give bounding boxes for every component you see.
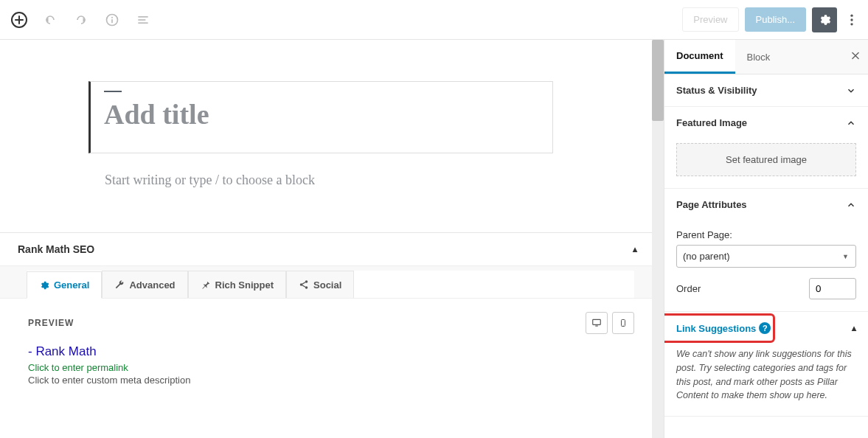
panel-status-visibility-header[interactable]: Status & Visibility	[664, 74, 868, 106]
panel-featured-image: Featured Image Set featured image	[664, 107, 868, 189]
parent-page-label: Parent Page:	[676, 229, 856, 240]
seo-tabs: General Advanced Rich Snippet Socia	[27, 271, 634, 298]
tab-advanced[interactable]: Advanced	[102, 271, 187, 298]
svg-rect-14	[595, 326, 598, 327]
tab-general[interactable]: General	[27, 271, 102, 299]
app-root: Preview Publish... Add title Start writi…	[0, 0, 868, 438]
svg-point-9	[850, 23, 853, 25]
panel-status-visibility: Status & Visibility	[664, 74, 868, 107]
redo-icon[interactable]	[71, 10, 91, 30]
preview-desktop-button[interactable]	[586, 312, 608, 334]
panel-featured-title: Featured Image	[676, 117, 747, 128]
order-input[interactable]	[809, 278, 856, 299]
undo-icon[interactable]	[40, 10, 60, 30]
svg-point-8	[850, 18, 853, 21]
desktop-icon	[591, 318, 603, 328]
tab-general-label: General	[54, 279, 89, 291]
preview-label: PREVIEW	[28, 318, 74, 328]
close-sidebar-button[interactable]	[850, 51, 861, 63]
pin-icon	[201, 279, 211, 290]
collapse-icon: ▴	[633, 244, 637, 254]
more-menu-button[interactable]	[843, 7, 861, 32]
kebab-icon	[844, 13, 859, 27]
editor-column: Add title Start writing or type / to cho…	[0, 40, 652, 438]
tab-social-label: Social	[313, 279, 341, 291]
sidebar-tab-document[interactable]: Document	[664, 40, 735, 74]
wrench-icon	[114, 279, 125, 290]
tab-advanced-label: Advanced	[129, 279, 175, 291]
panel-link-suggestions: Link Suggestions ? ▴ We can't show any l…	[664, 312, 868, 417]
svg-point-12	[305, 286, 308, 289]
body-layout: Add title Start writing or type / to cho…	[0, 40, 868, 438]
panel-status-title: Status & Visibility	[676, 85, 757, 96]
order-row: Order	[676, 278, 856, 299]
set-featured-image-button[interactable]: Set featured image	[676, 143, 856, 176]
preview-button[interactable]: Preview	[682, 7, 738, 32]
panel-page-attr-title: Page Attributes	[676, 199, 747, 210]
parent-page-select[interactable]: (no parent)	[676, 245, 856, 268]
svg-rect-3	[111, 19, 113, 23]
toolbar-right-group: Preview Publish...	[682, 7, 862, 32]
serp-permalink[interactable]: Click to enter permalink	[28, 362, 634, 373]
panel-featured-image-header[interactable]: Featured Image	[664, 107, 868, 139]
scrollbar-thumb[interactable]	[652, 40, 664, 121]
post-title-input[interactable]: Add title	[88, 81, 553, 153]
preview-device-toggle	[586, 312, 634, 334]
outline-icon[interactable]	[133, 10, 153, 30]
gear-icon	[818, 13, 831, 27]
preview-header: PREVIEW	[28, 312, 634, 334]
collapse-icon: ▴	[852, 323, 856, 333]
svg-point-7	[850, 14, 853, 16]
top-toolbar: Preview Publish...	[0, 0, 868, 40]
sidebar-tabs: Document Block	[664, 40, 868, 74]
order-label: Order	[676, 283, 701, 294]
svg-rect-5	[138, 19, 145, 21]
toolbar-left-group	[6, 10, 153, 30]
svg-rect-6	[138, 22, 147, 24]
svg-point-10	[300, 283, 303, 286]
tab-rich-snippet-label: Rich Snippet	[215, 279, 274, 291]
tab-rich-snippet[interactable]: Rich Snippet	[188, 271, 286, 298]
chevron-down-icon	[846, 86, 856, 96]
seo-tabs-wrap: General Advanced Rich Snippet Socia	[0, 265, 652, 299]
panel-featured-body: Set featured image	[664, 139, 868, 188]
serp-title[interactable]: - Rank Math	[28, 344, 634, 359]
rank-math-panel: Rank Math SEO ▴ General Advanced	[0, 232, 652, 423]
svg-rect-4	[138, 16, 147, 18]
chevron-up-icon	[846, 200, 856, 210]
link-suggestions-message: We can't show any link suggestions for t…	[664, 344, 868, 416]
gear-icon	[39, 280, 49, 291]
svg-point-11	[305, 280, 308, 283]
mobile-icon	[619, 317, 628, 329]
scrollbar[interactable]	[652, 40, 664, 438]
close-icon	[850, 51, 861, 61]
help-icon[interactable]: ?	[759, 322, 771, 334]
sidebar-tab-block[interactable]: Block	[735, 41, 782, 73]
link-suggestions-title: Link Suggestions	[676, 323, 756, 334]
tab-social[interactable]: Social	[286, 271, 354, 298]
publish-button[interactable]: Publish...	[745, 7, 806, 32]
seo-tab-body: PREVIEW - Rank Math Click t	[0, 299, 652, 423]
svg-point-2	[111, 16, 113, 18]
panel-page-attributes: Page Attributes Parent Page: (no parent)…	[664, 189, 868, 312]
settings-button[interactable]	[812, 7, 837, 32]
rank-math-header[interactable]: Rank Math SEO ▴	[0, 233, 652, 265]
serp-description[interactable]: Click to enter custom meta description	[28, 375, 634, 386]
svg-point-16	[623, 325, 624, 326]
editor-canvas: Add title Start writing or type / to cho…	[0, 40, 652, 203]
preview-mobile-button[interactable]	[612, 312, 634, 334]
panel-page-attr-body: Parent Page: (no parent) Order	[664, 220, 868, 311]
rank-math-title: Rank Math SEO	[18, 243, 94, 255]
svg-rect-13	[593, 319, 601, 324]
panel-page-attributes-header[interactable]: Page Attributes	[664, 189, 868, 220]
title-placeholder: Add title	[104, 98, 535, 131]
panel-link-suggestions-header[interactable]: Link Suggestions ? ▴	[664, 312, 868, 344]
block-appender[interactable]: Start writing or type / to choose a bloc…	[88, 173, 563, 188]
seo-general-content: PREVIEW - Rank Math Click t	[0, 299, 652, 423]
settings-sidebar: Document Block Status & Visibility Featu…	[664, 40, 868, 438]
info-icon[interactable]	[102, 10, 122, 30]
add-block-icon[interactable]	[9, 10, 29, 30]
share-icon	[299, 279, 309, 290]
chevron-up-icon	[846, 118, 856, 128]
